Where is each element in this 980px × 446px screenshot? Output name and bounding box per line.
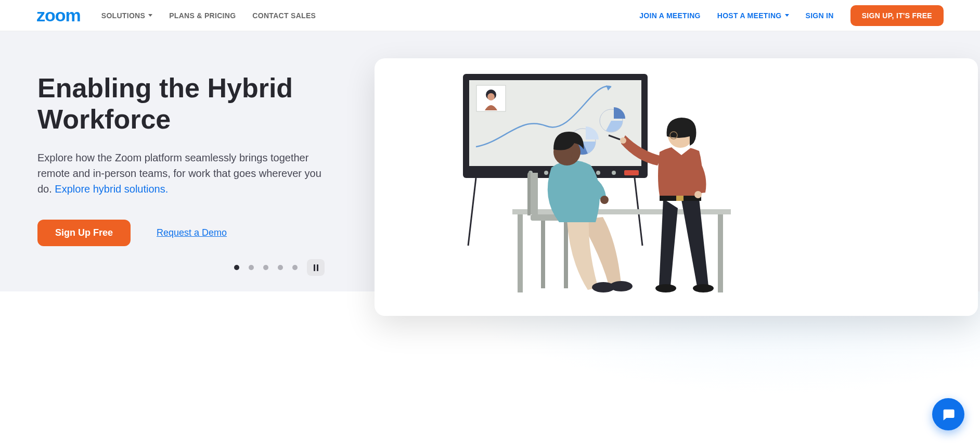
pause-icon [317, 264, 318, 271]
nav-right: JOIN A MEETING HOST A MEETING SIGN IN SI… [639, 5, 944, 26]
svg-point-25 [655, 284, 676, 292]
carousel-pause-button[interactable] [307, 259, 325, 276]
svg-line-7 [468, 178, 476, 246]
svg-point-29 [620, 137, 626, 144]
request-demo-link[interactable]: Request a Demo [157, 227, 227, 238]
svg-rect-15 [518, 214, 523, 292]
hero-title: Enabling the Hybrid Workforce [37, 73, 364, 135]
nav-host-meeting[interactable]: HOST A MEETING [717, 11, 789, 20]
svg-point-13 [487, 93, 495, 100]
svg-point-3 [544, 171, 548, 175]
nav-sign-in[interactable]: SIGN IN [806, 11, 834, 20]
hero-explore-link[interactable]: Explore hybrid solutions. [55, 183, 168, 195]
chevron-down-icon [785, 14, 789, 17]
carousel-dot-2[interactable] [249, 265, 254, 270]
svg-point-24 [571, 152, 576, 160]
svg-rect-6 [624, 170, 639, 175]
hero-cta-row: Sign Up Free Request a Demo [37, 220, 364, 246]
carousel-dot-5[interactable] [292, 265, 298, 270]
carousel-indicators [234, 259, 325, 276]
svg-rect-16 [718, 214, 723, 292]
svg-point-21 [610, 281, 633, 291]
nav-solutions[interactable]: SOLUTIONS [101, 11, 152, 20]
svg-rect-19 [564, 221, 568, 288]
hero-text-area: Enabling the Hybrid Workforce Explore ho… [0, 31, 375, 291]
hero-illustration [375, 58, 978, 316]
carousel-dot-3[interactable] [263, 265, 268, 270]
nav-left: SOLUTIONS PLANS & PRICING CONTACT SALES [101, 11, 316, 20]
hero-description: Explore how the Zoom platform seamlessly… [37, 150, 329, 197]
nav-host-meeting-label: HOST A MEETING [717, 11, 782, 20]
svg-point-26 [693, 284, 714, 292]
svg-point-5 [612, 171, 616, 175]
zoom-logo[interactable]: zoom [36, 5, 81, 26]
svg-point-4 [596, 171, 600, 175]
chat-button[interactable] [932, 398, 964, 430]
signup-button[interactable]: SIGN UP, IT'S FREE [850, 5, 944, 26]
nav-solutions-label: SOLUTIONS [101, 11, 145, 20]
nav-contact-sales[interactable]: CONTACT SALES [252, 11, 316, 20]
svg-point-31 [694, 191, 702, 198]
signup-free-button[interactable]: Sign Up Free [37, 220, 131, 246]
chevron-down-icon [148, 14, 152, 17]
svg-rect-18 [541, 221, 545, 288]
carousel-dot-4[interactable] [278, 265, 283, 270]
nav-join-meeting[interactable]: JOIN A MEETING [639, 11, 701, 20]
nav-plans-pricing[interactable]: PLANS & PRICING [169, 11, 236, 20]
pause-icon [314, 264, 315, 271]
main-header: zoom SOLUTIONS PLANS & PRICING CONTACT S… [0, 0, 980, 31]
svg-point-22 [600, 196, 609, 204]
chat-icon [941, 407, 956, 422]
carousel-dot-1[interactable] [234, 265, 239, 270]
